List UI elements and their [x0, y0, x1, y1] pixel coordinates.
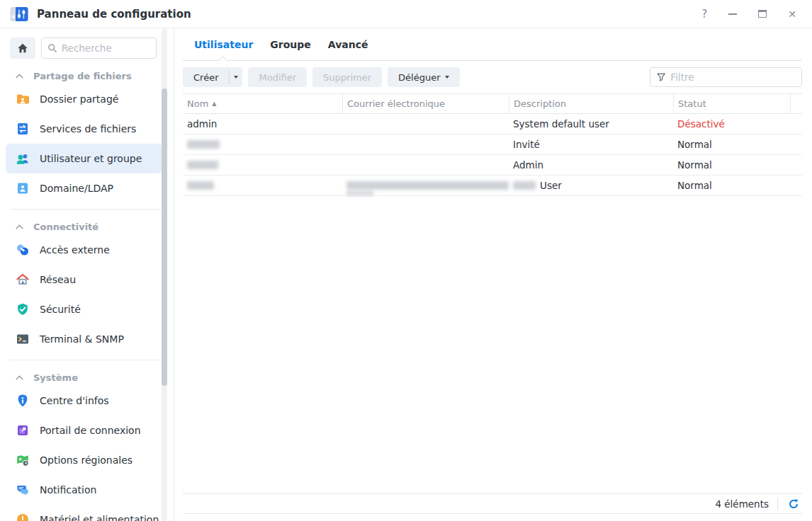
user-description: User [540, 180, 562, 191]
sidebar-nav: Partage de fichiers Dossier partagé [0, 67, 174, 521]
sidebar-scrollbar[interactable] [162, 28, 167, 521]
redacted-description-prefix [513, 181, 536, 190]
tab-bar: Utilisateur Groupe Avancé [183, 28, 802, 61]
create-dropdown-button[interactable] [230, 67, 242, 87]
status-badge: Désactivé [677, 118, 725, 130]
window-controls: ? ✕ [701, 8, 796, 21]
column-header-description[interactable]: Description [509, 94, 673, 113]
user-description: Invité [513, 139, 540, 150]
list-footer: 4 éléments [183, 493, 802, 514]
sidebar-item-hardware-power[interactable]: Matériel et alimentation [6, 505, 162, 521]
refresh-icon [788, 498, 799, 510]
item-count: 4 éléments [715, 498, 769, 510]
redacted-user-name [187, 181, 214, 190]
redacted-user-name [187, 161, 218, 169]
sidebar-search [41, 38, 157, 59]
chevron-down-icon [445, 76, 449, 79]
create-split-button: Créer [183, 67, 242, 87]
main-panel: Utilisateur Groupe Avancé Créer Modifier… [174, 28, 812, 521]
section-connectivity[interactable]: Connectivité [0, 218, 174, 235]
filter-funnel-icon [656, 71, 666, 83]
sidebar-item-domain-ldap[interactable]: Domaine/LDAP [6, 173, 162, 203]
home-icon [16, 42, 29, 55]
user-table: Nom ▲ Courrier électronique Description … [183, 93, 802, 196]
sidebar-scrollbar-thumb[interactable] [162, 88, 167, 386]
control-panel-window: Panneau de configuration ? ✕ [0, 0, 812, 521]
file-services-icon [16, 122, 30, 136]
create-button[interactable]: Créer [183, 67, 229, 87]
close-icon[interactable]: ✕ [788, 8, 796, 20]
search-input[interactable] [62, 42, 150, 54]
sidebar-item-user-and-group[interactable]: Utilisateur et groupe [6, 144, 162, 173]
window-title: Panneau de configuration [37, 8, 191, 21]
table-row-user[interactable]: User Normal [183, 176, 802, 196]
search-icon [47, 42, 57, 54]
tab-utilisateur[interactable]: Utilisateur [194, 39, 253, 50]
modify-button[interactable]: Modifier [248, 67, 307, 87]
sidebar-item-external-access[interactable]: Accès externe [6, 235, 162, 265]
external-access-icon [16, 243, 30, 257]
active-tab-notch [218, 56, 227, 65]
sidebar-item-terminal-snmp[interactable]: Terminal & SNMP [6, 324, 162, 354]
help-icon[interactable]: ? [701, 8, 707, 21]
chevron-down-icon [234, 76, 238, 79]
info-center-icon [16, 394, 30, 408]
delete-button[interactable]: Supprimer [312, 67, 382, 87]
delegate-button[interactable]: Déléguer [388, 67, 460, 87]
footer-divider [777, 498, 778, 510]
sidebar-item-info-center[interactable]: Centre d'infos [6, 386, 162, 416]
sidebar-item-shared-folder[interactable]: Dossier partagé [6, 84, 162, 114]
shared-folder-icon [16, 92, 30, 106]
user-group-icon [16, 151, 30, 166]
table-row-admin-user[interactable]: Admin Normal [183, 155, 802, 176]
table-row-guest[interactable]: Invité Normal [183, 134, 802, 155]
redacted-user-email-fragment [346, 191, 373, 195]
chevron-up-icon [16, 74, 23, 79]
chevron-up-icon [16, 375, 23, 380]
hardware-power-icon [16, 513, 30, 521]
sidebar-item-notification[interactable]: Notification [6, 475, 162, 505]
table-row-admin[interactable]: admin System default user Désactivé [183, 114, 802, 134]
column-header-email[interactable]: Courrier électronique [342, 94, 509, 113]
user-description: System default user [513, 118, 609, 130]
login-portal-icon [16, 423, 30, 437]
regional-options-icon [16, 453, 30, 467]
column-header-status[interactable]: Statut [673, 94, 790, 113]
terminal-icon [16, 332, 30, 346]
chevron-up-icon [16, 224, 23, 229]
toolbar: Créer Modifier Supprimer Déléguer [183, 67, 802, 87]
control-panel-app-icon [10, 6, 28, 22]
section-file-sharing[interactable]: Partage de fichiers [0, 67, 174, 84]
status-badge: Normal [677, 159, 712, 171]
filter-input[interactable] [670, 71, 796, 83]
tab-avance[interactable]: Avancé [328, 39, 368, 50]
sort-asc-icon: ▲ [212, 101, 216, 107]
security-shield-icon [16, 302, 30, 316]
network-icon [16, 273, 30, 287]
home-button[interactable] [10, 38, 35, 59]
titlebar: Panneau de configuration ? ✕ [0, 0, 812, 28]
domain-ldap-icon [16, 181, 30, 195]
sidebar-divider [10, 209, 162, 210]
status-badge: Normal [677, 139, 712, 150]
column-header-name[interactable]: Nom ▲ [183, 94, 342, 113]
redacted-user-name [187, 140, 220, 149]
section-system[interactable]: Système [0, 369, 174, 386]
sidebar-divider [10, 360, 162, 360]
refresh-button[interactable] [786, 498, 801, 510]
sidebar-item-login-portal[interactable]: Portail de connexion [6, 416, 162, 445]
column-header-extra [790, 94, 802, 113]
sidebar-item-network[interactable]: Réseau [6, 265, 162, 294]
maximize-icon[interactable] [758, 10, 767, 18]
tab-groupe[interactable]: Groupe [270, 39, 311, 50]
sidebar: Partage de fichiers Dossier partagé [0, 28, 174, 521]
sidebar-item-regional-options[interactable]: Options régionales [6, 445, 162, 475]
sidebar-item-security[interactable]: Sécurité [6, 294, 162, 324]
status-badge: Normal [677, 180, 712, 191]
redacted-user-email [346, 181, 509, 190]
minimize-icon[interactable] [728, 13, 737, 15]
user-description: Admin [513, 159, 543, 171]
table-header: Nom ▲ Courrier électronique Description … [183, 93, 802, 114]
sidebar-item-file-services[interactable]: Services de fichiers [6, 114, 162, 144]
user-name: admin [187, 118, 217, 130]
